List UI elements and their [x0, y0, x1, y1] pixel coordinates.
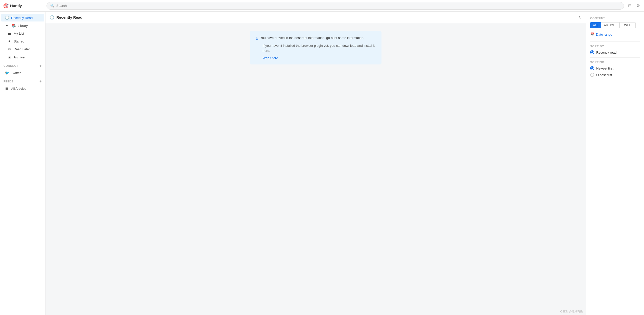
- logo-area: 🎯 Huntly: [3, 3, 43, 9]
- radio-newest-first: [590, 66, 594, 70]
- sidebar-recently-read-label: Recently Read: [11, 16, 33, 20]
- settings-icon: ⚙: [636, 4, 640, 8]
- settings-button[interactable]: ⚙: [635, 2, 641, 9]
- right-panel: CONTENT ALL ARTICLE TWEET 📅 Date range S…: [586, 12, 644, 315]
- bookmark-icon: ⧉: [7, 47, 12, 51]
- sort-by-label: SORT BY: [590, 45, 640, 48]
- my-list-label: My List: [14, 32, 24, 35]
- logo-icon: 🎯: [3, 3, 9, 9]
- info-icon: ℹ: [256, 36, 258, 41]
- search-bar[interactable]: 🔍: [46, 2, 624, 10]
- tab-tweet-label: TWEET: [622, 24, 633, 27]
- sidebar-item-library[interactable]: ▾ 📚 Library: [1, 22, 44, 29]
- info-sub-text: If you haven't installed the browser plu…: [256, 43, 375, 53]
- sidebar-item-archive[interactable]: ▣ Archive: [4, 53, 44, 61]
- content-body: ℹ You have arrived in the desert of info…: [45, 23, 586, 308]
- sort-newest-first[interactable]: Newest first: [590, 66, 640, 70]
- all-articles-label: All Articles: [11, 87, 26, 91]
- library-icon: 📚: [11, 24, 16, 28]
- main-layout: 🕐 Recently Read ▾ 📚 Library ☰ My List ✦ …: [0, 12, 644, 315]
- starred-label: Starred: [14, 39, 25, 43]
- content-header-clock-icon: 🕐: [50, 15, 54, 20]
- search-icon: 🔍: [50, 4, 54, 8]
- radio-recently-read-inner: [591, 51, 593, 53]
- refresh-button[interactable]: ↻: [579, 15, 582, 20]
- topbar: 🎯 Huntly 🔍 ⊟ ⚙: [0, 0, 644, 12]
- clock-icon: 🕐: [5, 16, 9, 20]
- archive-label: Archive: [14, 55, 25, 59]
- twitter-label: Twitter: [11, 71, 21, 75]
- content-header: 🕐 Recently Read ↻: [45, 12, 586, 23]
- sidebar-item-starred[interactable]: ✦ Starred: [4, 37, 44, 45]
- radio-recently-read: [590, 50, 594, 54]
- tab-tweet[interactable]: TWEET: [619, 22, 636, 28]
- search-input[interactable]: [56, 4, 620, 8]
- content-area: 🕐 Recently Read ↻ ℹ You have arrived in …: [45, 12, 586, 315]
- footer-text: CSDN @江湖有缘: [560, 310, 583, 313]
- feeds-label: FEEDS: [4, 80, 13, 83]
- feeds-add-button[interactable]: +: [39, 79, 42, 83]
- tab-article-label: ARTICLE: [604, 24, 616, 27]
- sort-oldest-first-label: Oldest first: [596, 73, 612, 77]
- archive-icon: ▣: [7, 55, 12, 59]
- date-range-button[interactable]: 📅 Date range: [590, 32, 612, 36]
- web-store-link[interactable]: Web Store: [256, 56, 375, 60]
- tab-article[interactable]: ARTICLE: [601, 22, 619, 28]
- content-header-title: Recently Read: [56, 15, 82, 19]
- calendar-icon: 📅: [590, 32, 594, 36]
- read-later-label: Read Later: [14, 47, 30, 51]
- sidebar: 🕐 Recently Read ▾ 📚 Library ☰ My List ✦ …: [0, 12, 45, 315]
- divider-2: [590, 57, 640, 58]
- logo-text: Huntly: [10, 4, 22, 8]
- sort-newest-first-label: Newest first: [596, 66, 613, 70]
- content-tabs: ALL ARTICLE TWEET: [590, 22, 640, 28]
- content-section-label: CONTENT: [590, 17, 640, 20]
- list-icon: ☰: [7, 31, 12, 35]
- sidebar-item-all-articles[interactable]: ☰ All Articles: [1, 85, 44, 92]
- chevron-down-icon: ▾: [5, 24, 9, 28]
- filter-icon: ⊟: [628, 4, 631, 8]
- twitter-icon: 🐦: [5, 71, 9, 75]
- connect-add-button[interactable]: +: [39, 64, 42, 68]
- connect-label: CONNECT: [4, 64, 18, 67]
- date-range-label: Date range: [596, 33, 612, 36]
- filter-button[interactable]: ⊟: [627, 2, 632, 9]
- tab-all-label: ALL: [593, 24, 598, 27]
- sidebar-item-twitter[interactable]: 🐦 Twitter: [1, 69, 44, 77]
- connect-section: CONNECT +: [0, 61, 45, 69]
- sort-recently-read-label: Recently read: [596, 51, 616, 54]
- sorting-label: SORTING: [590, 61, 640, 64]
- info-box: ℹ You have arrived in the desert of info…: [250, 31, 381, 64]
- all-articles-icon: ☰: [5, 86, 9, 91]
- feeds-section: FEEDS +: [0, 77, 45, 84]
- tab-all[interactable]: ALL: [590, 22, 601, 28]
- sidebar-item-read-later[interactable]: ⧉ Read Later: [4, 45, 44, 53]
- info-main-text: You have arrived in the desert of inform…: [260, 35, 364, 40]
- info-box-top: ℹ You have arrived in the desert of info…: [256, 35, 375, 41]
- library-group: ☰ My List ✦ Starred ⧉ Read Later ▣ Archi…: [0, 30, 45, 61]
- sidebar-item-recently-read[interactable]: 🕐 Recently Read: [1, 14, 44, 21]
- sort-oldest-first[interactable]: Oldest first: [590, 73, 640, 77]
- radio-oldest-first: [590, 73, 594, 77]
- star-icon: ✦: [7, 39, 12, 43]
- sidebar-item-my-list[interactable]: ☰ My List: [4, 30, 44, 37]
- radio-newest-first-inner: [591, 67, 593, 69]
- divider-1: [590, 41, 640, 42]
- footer: CSDN @江湖有缘: [45, 308, 586, 315]
- sidebar-library-label: Library: [18, 24, 28, 28]
- sort-recently-read[interactable]: Recently read: [590, 50, 640, 54]
